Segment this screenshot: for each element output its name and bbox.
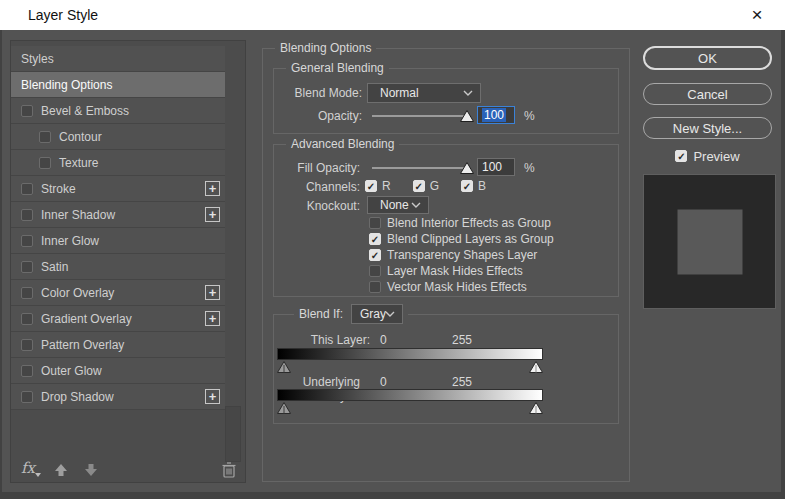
cancel-button[interactable]: Cancel xyxy=(643,83,772,105)
option-checkbox[interactable] xyxy=(369,281,381,293)
delete-effect-button[interactable] xyxy=(221,461,237,479)
opacity-value: 100 xyxy=(482,108,506,122)
general-blending-group: General Blending Blend Mode: Normal Opac… xyxy=(273,68,619,134)
fill-opacity-slider-thumb[interactable] xyxy=(460,162,474,174)
sidebar-item-label: Color Overlay xyxy=(41,286,114,300)
fill-opacity-unit: % xyxy=(524,161,535,175)
title-bar: Layer Style × xyxy=(0,0,785,30)
style-enable-checkbox[interactable] xyxy=(21,235,33,247)
this-layer-label: This Layer: xyxy=(274,333,370,347)
option-transparency-shapes-layer[interactable]: ✓Transparency Shapes Layer xyxy=(369,247,554,263)
sidebar-item-inner-glow[interactable]: Inner Glow xyxy=(11,228,225,254)
sidebar-item-inner-shadow[interactable]: Inner Shadow+ xyxy=(11,202,225,228)
opacity-slider-thumb[interactable] xyxy=(460,110,474,122)
close-icon[interactable]: × xyxy=(737,0,777,30)
opacity-slider-track[interactable] xyxy=(372,115,464,117)
style-enable-checkbox[interactable] xyxy=(39,157,51,169)
style-enable-checkbox[interactable] xyxy=(21,287,33,299)
style-enable-checkbox[interactable] xyxy=(21,313,33,325)
add-effect-button[interactable]: + xyxy=(205,181,220,196)
channel-checkbox[interactable]: ✓ xyxy=(413,180,425,192)
styles-sidebar: StylesBlending OptionsBevel & EmbossCont… xyxy=(10,40,246,483)
dialog-title: Layer Style xyxy=(28,7,98,23)
sidebar-item-label: Gradient Overlay xyxy=(41,312,132,326)
styles-list: StylesBlending OptionsBevel & EmbossCont… xyxy=(11,46,225,410)
option-blend-interior-effects-as-group[interactable]: Blend Interior Effects as Group xyxy=(369,215,554,231)
sidebar-item-texture[interactable]: Texture xyxy=(11,150,225,176)
opacity-input[interactable]: 100 xyxy=(477,106,515,124)
blend-mode-value: Normal xyxy=(380,86,419,100)
underlying-layer-black-thumb[interactable] xyxy=(277,402,291,414)
style-enable-checkbox[interactable] xyxy=(21,183,33,195)
sidebar-item-blending-options[interactable]: Blending Options xyxy=(11,72,225,98)
preview-checkbox[interactable]: ✓ xyxy=(675,150,687,162)
channels-group: ✓R✓G✓B xyxy=(365,179,486,193)
option-checkbox[interactable] xyxy=(369,217,381,229)
this-layer-min: 0 xyxy=(380,333,387,347)
style-enable-checkbox[interactable] xyxy=(21,105,33,117)
underlying-layer-max: 255 xyxy=(452,375,472,389)
sidebar-item-drop-shadow[interactable]: Drop Shadow+ xyxy=(11,384,225,410)
option-checkbox[interactable]: ✓ xyxy=(369,233,381,245)
style-enable-checkbox[interactable] xyxy=(21,339,33,351)
sidebar-item-label: Styles xyxy=(21,52,54,66)
option-checkbox[interactable] xyxy=(369,265,381,277)
channel-checkbox[interactable]: ✓ xyxy=(365,180,377,192)
channel-checkbox[interactable]: ✓ xyxy=(461,180,473,192)
arrow-down-icon xyxy=(83,462,99,478)
style-enable-checkbox[interactable] xyxy=(21,209,33,221)
fill-opacity-input[interactable]: 100 xyxy=(477,158,515,176)
add-effect-button[interactable]: + xyxy=(205,311,220,326)
sidebar-item-contour[interactable]: Contour xyxy=(11,124,225,150)
option-blend-clipped-layers-as-group[interactable]: ✓Blend Clipped Layers as Group xyxy=(369,231,554,247)
this-layer-white-thumb[interactable] xyxy=(529,361,543,373)
advanced-blending-group: Advanced Blending Fill Opacity: 100 % Ch… xyxy=(273,144,619,297)
ok-button[interactable]: OK xyxy=(643,46,772,70)
fill-opacity-value: 100 xyxy=(482,160,502,174)
option-checkbox[interactable]: ✓ xyxy=(369,249,381,261)
sidebar-item-stroke[interactable]: Stroke+ xyxy=(11,176,225,202)
sidebar-item-color-overlay[interactable]: Color Overlay+ xyxy=(11,280,225,306)
option-layer-mask-hides-effects[interactable]: Layer Mask Hides Effects xyxy=(369,263,554,279)
sidebar-item-bevel-emboss[interactable]: Bevel & Emboss xyxy=(11,98,225,124)
add-effect-button[interactable]: + xyxy=(205,389,220,404)
style-enable-checkbox[interactable] xyxy=(21,365,33,377)
sidebar-item-styles[interactable]: Styles xyxy=(11,46,225,72)
option-vector-mask-hides-effects[interactable]: Vector Mask Hides Effects xyxy=(369,279,554,295)
channel-label: G xyxy=(430,179,439,193)
sidebar-item-label: Outer Glow xyxy=(41,364,102,378)
blend-mode-dropdown[interactable]: Normal xyxy=(367,83,481,103)
style-enable-checkbox[interactable] xyxy=(21,391,33,403)
blend-if-dropdown[interactable]: Gray xyxy=(351,304,403,324)
new-style-button[interactable]: New Style... xyxy=(643,117,772,139)
knockout-dropdown[interactable]: None xyxy=(367,196,429,214)
fill-opacity-label: Fill Opacity: xyxy=(274,161,360,175)
knockout-label: Knockout: xyxy=(274,199,360,213)
dialog-edge xyxy=(0,492,785,499)
sidebar-item-satin[interactable]: Satin xyxy=(11,254,225,280)
fx-menu-button[interactable]: fx xyxy=(21,459,43,477)
underlying-layer-min: 0 xyxy=(380,375,387,389)
underlying-layer-white-thumb[interactable] xyxy=(529,402,543,414)
add-effect-button[interactable]: + xyxy=(205,207,220,222)
channel-b[interactable]: ✓B xyxy=(461,179,486,193)
dialog-edge xyxy=(0,30,2,499)
style-enable-checkbox[interactable] xyxy=(39,131,51,143)
channel-label: R xyxy=(382,179,391,193)
add-effect-button[interactable]: + xyxy=(205,285,220,300)
sidebar-toolbar: fx xyxy=(11,454,245,482)
this-layer-black-thumb[interactable] xyxy=(277,361,291,373)
move-effect-down-button[interactable] xyxy=(83,462,99,478)
channel-g[interactable]: ✓G xyxy=(413,179,439,193)
sidebar-item-outer-glow[interactable]: Outer Glow xyxy=(11,358,225,384)
fill-opacity-slider-track[interactable] xyxy=(372,167,464,169)
move-effect-up-button[interactable] xyxy=(53,462,69,478)
sidebar-item-label: Texture xyxy=(59,156,98,170)
sidebar-item-gradient-overlay[interactable]: Gradient Overlay+ xyxy=(11,306,225,332)
style-enable-checkbox[interactable] xyxy=(21,261,33,273)
sidebar-item-label: Bevel & Emboss xyxy=(41,104,129,118)
sidebar-item-pattern-overlay[interactable]: Pattern Overlay xyxy=(11,332,225,358)
option-label: Transparency Shapes Layer xyxy=(387,248,537,262)
channel-r[interactable]: ✓R xyxy=(365,179,391,193)
sidebar-item-label: Inner Shadow xyxy=(41,208,115,222)
